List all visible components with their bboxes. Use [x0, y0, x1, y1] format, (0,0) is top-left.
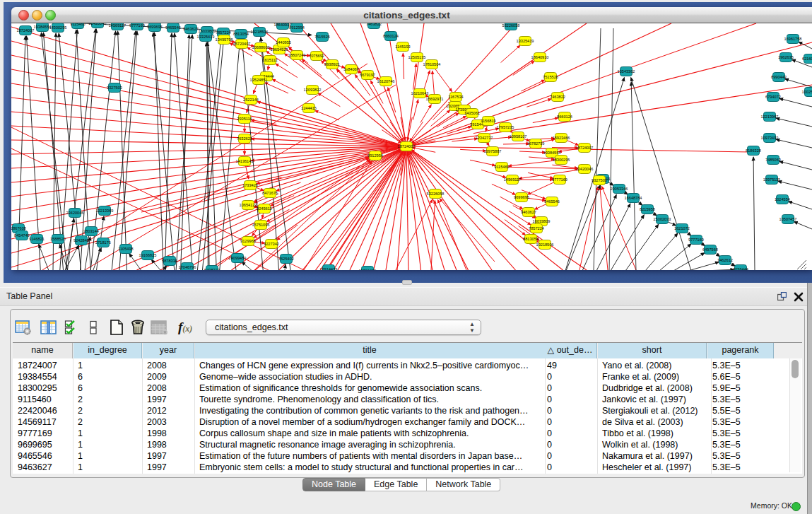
svg-text:16914479: 16914479 [320, 267, 338, 270]
svg-text:13975115: 13975115 [763, 177, 780, 182]
svg-text:1962635: 1962635 [778, 55, 794, 59]
svg-text:19166825: 19166825 [139, 253, 157, 257]
svg-text:7075692: 7075692 [309, 54, 324, 58]
svg-text:17957235: 17957235 [497, 125, 514, 129]
svg-text:12505135: 12505135 [408, 55, 426, 59]
svg-text:7515526: 7515526 [314, 35, 330, 39]
svg-text:9245612: 9245612 [257, 206, 272, 211]
svg-text:9115460: 9115460 [70, 23, 85, 26]
svg-text:10688609: 10688609 [252, 45, 270, 49]
svg-text:5878334: 5878334 [162, 259, 177, 263]
svg-text:2718176: 2718176 [95, 240, 111, 245]
svg-text:7462612: 7462612 [717, 258, 733, 262]
svg-text:2935114: 2935114 [237, 117, 252, 121]
svg-text:1244415: 1244415 [301, 106, 317, 110]
svg-text:5498222: 5498222 [204, 268, 220, 270]
svg-text:9777169: 9777169 [688, 238, 704, 242]
svg-text:11716485: 11716485 [359, 269, 376, 270]
svg-text:1105498: 1105498 [118, 247, 133, 251]
svg-text:1024554: 1024554 [775, 197, 790, 201]
svg-text:8813054: 8813054 [233, 32, 249, 36]
svg-text:6794072: 6794072 [765, 95, 781, 99]
svg-text:1621072: 1621072 [674, 226, 690, 230]
svg-text:6679197: 6679197 [360, 73, 375, 77]
svg-text:1615112: 1615112 [262, 58, 277, 62]
svg-text:1167534: 1167534 [448, 95, 463, 99]
svg-text:13325419: 13325419 [197, 35, 215, 39]
svg-text:2522144: 2522144 [243, 98, 259, 102]
svg-text:7857224: 7857224 [216, 30, 231, 35]
svg-text:19218506: 19218506 [251, 30, 269, 34]
svg-text:15751096: 15751096 [252, 223, 270, 227]
svg-text:16782759: 16782759 [527, 141, 545, 146]
svg-text:18724007: 18724007 [576, 146, 594, 150]
svg-text:2803144: 2803144 [83, 229, 99, 233]
svg-text:13495798: 13495798 [216, 37, 233, 42]
svg-text:12213967: 12213967 [761, 115, 779, 119]
svg-text:1435061: 1435061 [464, 111, 480, 115]
svg-text:8912954: 8912954 [289, 25, 305, 30]
svg-text:1588520: 1588520 [50, 237, 66, 241]
svg-text:16648784: 16648784 [625, 196, 642, 200]
svg-text:9115460: 9115460 [494, 165, 509, 169]
svg-text:8912954: 8912954 [367, 153, 383, 158]
svg-text:12213369: 12213369 [96, 209, 114, 213]
svg-text:15692971: 15692971 [426, 97, 444, 101]
svg-text:2867608: 2867608 [11, 226, 26, 230]
svg-text:14136141: 14136141 [236, 159, 254, 163]
svg-text:10654122: 10654122 [240, 203, 257, 207]
svg-text:19654923: 19654923 [271, 47, 288, 52]
svg-text:25302033: 25302033 [654, 217, 671, 221]
svg-text:9242848: 9242848 [73, 238, 89, 243]
svg-text:19218506: 19218506 [536, 243, 554, 247]
svg-text:7857224: 7857224 [529, 226, 544, 230]
svg-text:7463822: 7463822 [366, 23, 382, 26]
svg-text:14569117: 14569117 [504, 177, 521, 182]
svg-text:6216056: 6216056 [802, 57, 812, 61]
svg-text:13524851: 13524851 [250, 78, 268, 82]
svg-text:53226058: 53226058 [502, 23, 520, 28]
svg-text:18724007: 18724007 [17, 28, 35, 33]
svg-text:16120746: 16120746 [377, 79, 395, 83]
svg-text:18300295: 18300295 [553, 158, 570, 162]
svg-text:13975887: 13975887 [484, 149, 502, 153]
svg-text:18724007: 18724007 [398, 144, 416, 148]
svg-text:22420046: 22420046 [89, 23, 107, 25]
svg-text:9465546: 9465546 [544, 199, 560, 204]
svg-text:23420046: 23420046 [66, 211, 84, 215]
svg-text:8186328: 8186328 [746, 148, 761, 153]
svg-text:9327503: 9327503 [592, 178, 607, 182]
svg-text:18807249: 18807249 [288, 53, 306, 57]
svg-text:9699695: 9699695 [514, 195, 529, 199]
svg-text:7632621: 7632621 [237, 136, 252, 141]
svg-text:16033809: 16033809 [533, 219, 551, 223]
svg-text:7625402: 7625402 [278, 257, 294, 261]
svg-text:1156819: 1156819 [481, 119, 495, 123]
svg-text:9699695: 9699695 [147, 25, 163, 29]
svg-text:10973493: 10973493 [761, 136, 779, 140]
svg-text:12342737: 12342737 [476, 136, 493, 140]
svg-text:17046796: 17046796 [179, 265, 196, 269]
svg-text:45720407: 45720407 [233, 42, 251, 46]
svg-text:14569117: 14569117 [109, 23, 126, 28]
svg-text:13325419: 13325419 [517, 39, 534, 43]
svg-text:10543362: 10543362 [618, 69, 635, 74]
svg-text:24099489: 24099489 [229, 256, 247, 260]
svg-text:9327503: 9327503 [107, 86, 122, 90]
svg-text:8813054: 8813054 [523, 237, 539, 241]
svg-text:6497568: 6497568 [702, 247, 718, 252]
svg-text:22420046: 22420046 [576, 167, 594, 171]
svg-text:1733426: 1733426 [242, 183, 258, 187]
svg-text:8990443: 8990443 [771, 75, 787, 79]
svg-text:1440955: 1440955 [276, 40, 291, 45]
svg-text:12093822: 12093822 [304, 88, 322, 92]
svg-text:9463627: 9463627 [521, 210, 536, 214]
svg-text:7463822: 7463822 [550, 95, 565, 99]
svg-text:1145193: 1145193 [395, 45, 410, 49]
svg-text:8215958: 8215958 [640, 207, 655, 211]
svg-text:16210643: 16210643 [411, 91, 429, 95]
svg-text:53226058: 53226058 [427, 192, 445, 196]
svg-text:8938921: 8938921 [324, 62, 340, 66]
svg-text:18640910: 18640910 [531, 55, 549, 59]
svg-text:20053346: 20053346 [611, 187, 628, 191]
